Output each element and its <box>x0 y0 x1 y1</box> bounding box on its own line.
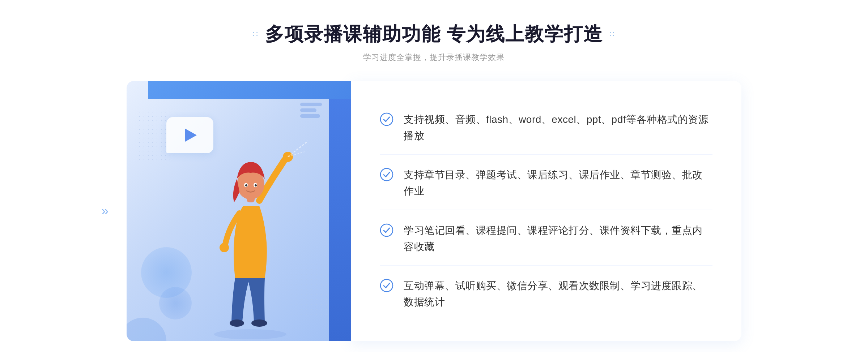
page-title: 多项录播课辅助功能 专为线上教学打造 <box>265 22 603 47</box>
svg-point-4 <box>251 319 267 327</box>
feature-text-2: 支持章节目录、弹题考试、课后练习、课后作业、章节测验、批改作业 <box>404 167 712 199</box>
check-icon-1 <box>380 112 393 126</box>
person-illustration <box>192 134 308 341</box>
title-row: ∷ 多项录播课辅助功能 专为线上教学打造 ∷ <box>253 22 615 47</box>
feature-text-4: 互动弹幕、试听购买、微信分享、观看次数限制、学习进度跟踪、数据统计 <box>404 278 712 310</box>
chevron-left-icon: » <box>101 203 109 218</box>
deco-line-1 <box>300 103 322 106</box>
deco-line-3 <box>300 114 320 118</box>
circle-blue-2 <box>159 287 192 319</box>
feature-item-4: 互动弹幕、试听购买、微信分享、观看次数限制、学习进度跟踪、数据统计 <box>380 268 712 321</box>
svg-point-14 <box>380 279 393 292</box>
svg-point-2 <box>220 243 229 252</box>
svg-point-9 <box>245 184 247 186</box>
outer-left-chevrons: » <box>101 203 109 219</box>
deco-lines <box>300 103 322 118</box>
header-section: ∷ 多项录播课辅助功能 专为线上教学打造 ∷ 学习进度全掌握，提升录播课教学效果 <box>253 22 615 63</box>
check-icon-4 <box>380 279 393 292</box>
content-wrapper: » <box>127 81 741 341</box>
svg-point-12 <box>380 168 393 181</box>
svg-point-0 <box>214 329 286 339</box>
feature-item-3: 学习笔记回看、课程提问、课程评论打分、课件资料下载，重点内容收藏 <box>380 213 712 266</box>
feature-text-1: 支持视频、音频、flash、word、excel、ppt、pdf等各种格式的资源… <box>404 112 712 144</box>
title-dots-left: ∷ <box>253 30 259 39</box>
illustration-panel <box>127 81 351 341</box>
check-icon-3 <box>380 223 393 237</box>
half-circle-decoration <box>127 318 166 341</box>
svg-point-10 <box>255 184 257 186</box>
deco-line-2 <box>300 108 316 112</box>
svg-point-13 <box>380 224 393 236</box>
svg-point-3 <box>230 319 244 327</box>
page-container: ∷ 多项录播课辅助功能 专为线上教学打造 ∷ 学习进度全掌握，提升录播课教学效果… <box>0 22 868 341</box>
feature-item-2: 支持章节目录、弹题考试、课后练习、课后作业、章节测验、批改作业 <box>380 157 712 210</box>
blue-vertical-bar <box>329 81 351 341</box>
feature-item-1: 支持视频、音频、flash、word、excel、ppt、pdf等各种格式的资源… <box>380 102 712 155</box>
feature-text-3: 学习笔记回看、课程提问、课程评论打分、课件资料下载，重点内容收藏 <box>404 223 712 255</box>
title-dots-right: ∷ <box>609 30 615 39</box>
svg-point-11 <box>380 113 393 125</box>
features-panel: 支持视频、音频、flash、word、excel、ppt、pdf等各种格式的资源… <box>351 81 741 341</box>
check-icon-2 <box>380 168 393 181</box>
page-subtitle: 学习进度全掌握，提升录播课教学效果 <box>363 52 505 63</box>
